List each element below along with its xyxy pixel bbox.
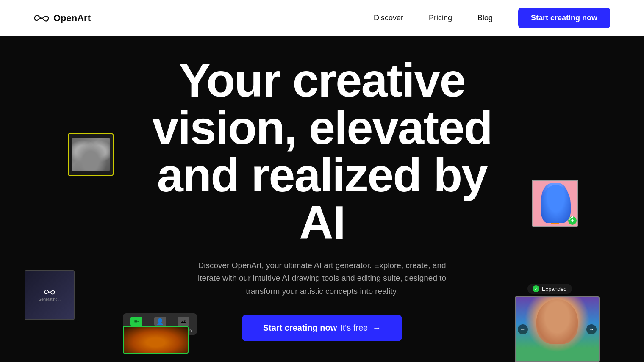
inpaint-cat-bg bbox=[124, 327, 188, 353]
hero-cta-label: Start creating now bbox=[263, 323, 337, 333]
hero-title-line2: vision, elevated bbox=[152, 101, 492, 154]
hero-title-line3: and realized by AI bbox=[157, 149, 487, 249]
float-expanded-section: ✓ Expanded ← → bbox=[515, 284, 602, 362]
expanded-prev-button[interactable]: ← bbox=[518, 324, 528, 334]
nav-blog[interactable]: Blog bbox=[477, 14, 493, 22]
inpaint-icon: ✏ bbox=[130, 317, 142, 326]
float-generating-bottomleft: Generating... bbox=[25, 270, 75, 320]
navbar: OpenArt Discover Pricing Blog Start crea… bbox=[0, 0, 644, 36]
float-person-box: ↗ + bbox=[532, 180, 578, 227]
openart-logo-icon bbox=[34, 14, 49, 22]
hero-subtitle: Discover OpenArt, your ultimate AI art g… bbox=[195, 259, 449, 298]
hero-cta-button[interactable]: Start creating now It's free! → bbox=[242, 315, 402, 341]
bottomleft-generating-text: Generating... bbox=[39, 297, 61, 301]
expanded-check-icon: ✓ bbox=[533, 285, 539, 292]
overlay-infinity-icon bbox=[85, 148, 97, 155]
imgtoimg-icon: ⇄ bbox=[178, 317, 189, 326]
bottomleft-infinity-icon bbox=[44, 289, 55, 296]
nav-discover[interactable]: Discover bbox=[374, 14, 403, 22]
person-figure bbox=[541, 183, 569, 223]
hero-cta-free: It's free! → bbox=[340, 323, 381, 333]
expanded-badge: ✓ Expanded bbox=[527, 284, 572, 294]
changebg-icon: 👤 bbox=[154, 317, 166, 326]
hero-title: Your creative vision, elevated and reali… bbox=[131, 57, 513, 246]
expanded-next-button[interactable]: → bbox=[586, 324, 597, 334]
nav-links: Discover Pricing Blog Start creating now bbox=[374, 8, 610, 28]
float-inpaint-box bbox=[123, 326, 189, 354]
expanded-label: Expanded bbox=[542, 286, 567, 292]
hero-title-line1: Your creative bbox=[179, 54, 465, 107]
generating-text: Generating... bbox=[80, 157, 102, 161]
generating-overlay: Generating... bbox=[80, 148, 102, 161]
cursor-icon: ↗ bbox=[568, 213, 574, 222]
float-generating-topleft: Generating... bbox=[68, 133, 114, 176]
yellow-figure bbox=[550, 204, 560, 222]
logo[interactable]: OpenArt bbox=[34, 13, 91, 24]
cat-image: Generating... bbox=[72, 138, 110, 171]
expanded-image: ← → bbox=[515, 296, 600, 362]
nav-pricing[interactable]: Pricing bbox=[429, 14, 452, 22]
nav-cta-button[interactable]: Start creating now bbox=[518, 8, 610, 28]
logo-text: OpenArt bbox=[53, 13, 91, 24]
